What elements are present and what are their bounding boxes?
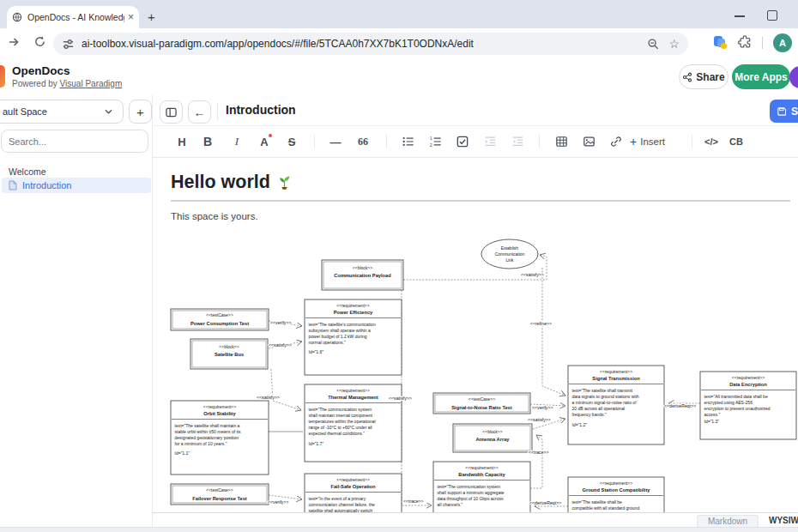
svg-text:Signal Transmission: Signal Transmission xyxy=(592,376,640,381)
back-button[interactable]: ← xyxy=(188,100,211,124)
toggle-sidebar-button[interactable] xyxy=(160,100,183,124)
bullet-list-button[interactable] xyxy=(397,131,418,152)
svg-text:Data Encryption: Data Encryption xyxy=(729,382,767,387)
reload-icon[interactable] xyxy=(33,35,46,51)
extensions-puzzle-icon[interactable] xyxy=(738,35,752,52)
requirement-diagram[interactable]: EstablishCommunicationLink<<block>>Commu… xyxy=(153,230,798,512)
edge-label: <<satisfy>> xyxy=(389,396,412,401)
profile-avatar[interactable]: A xyxy=(773,33,792,52)
svg-text:<<testCase>>: <<testCase>> xyxy=(469,396,495,402)
svg-text:Antenna Array: Antenna Array xyxy=(476,437,511,442)
numbered-list-icon: 12 xyxy=(429,136,442,148)
svg-text:Id="1.3": Id="1.3" xyxy=(704,419,720,424)
globe-favicon-icon xyxy=(12,12,22,22)
tab-close-icon[interactable]: × xyxy=(128,11,134,23)
indent-button xyxy=(480,131,500,152)
svg-text:<<requirement>>: <<requirement>> xyxy=(336,388,369,393)
site-settings-tune-icon[interactable] xyxy=(62,38,75,51)
svg-text:Id="1.7": Id="1.7" xyxy=(309,441,324,446)
image-icon xyxy=(583,136,595,148)
italic-button[interactable]: I xyxy=(227,131,247,152)
sidebar-section-label: Welcome xyxy=(9,166,46,177)
edge-label: <<satisfy>> xyxy=(269,342,292,348)
svg-text:<<block>>: <<block>> xyxy=(219,344,239,349)
svg-text:<<requirement>>: <<requirement>> xyxy=(600,369,632,374)
share-nodes-icon xyxy=(682,72,692,82)
svg-text:compatible with all standard g: compatible with all standard ground xyxy=(572,505,640,511)
svg-text:20 dB across all operational: 20 dB across all operational xyxy=(572,406,626,411)
image-button[interactable] xyxy=(578,131,599,152)
svg-text:shall maintain internal compon: shall maintain internal component xyxy=(309,413,373,418)
edge-label: <<verify>> xyxy=(270,320,292,325)
share-button[interactable]: Share xyxy=(679,64,728,89)
svg-text:power budget of 1.2 kW during: power budget of 1.2 kW during xyxy=(309,334,367,339)
add-space-button[interactable]: + xyxy=(129,100,152,124)
link-button[interactable] xyxy=(606,131,626,152)
sidebar xyxy=(0,94,153,532)
horizontal-rule-button[interactable]: — xyxy=(325,131,346,152)
toolbar-separator xyxy=(692,135,692,148)
svg-text:access.": access." xyxy=(704,412,721,417)
link-chain-icon xyxy=(610,136,622,148)
search-input[interactable] xyxy=(1,130,148,153)
svg-text:all channels.": all channels." xyxy=(438,502,463,507)
bookmark-star-icon[interactable]: ☆ xyxy=(668,38,680,50)
table-button[interactable] xyxy=(551,131,571,152)
svg-text:Communication Payload: Communication Payload xyxy=(334,273,391,278)
table-icon xyxy=(555,136,568,148)
checklist-button[interactable] xyxy=(452,131,473,152)
node-power-efficiency: <<requirement>>Power Efficiencytext="The… xyxy=(305,299,402,375)
svg-text:expected thermal conditions.": expected thermal conditions." xyxy=(309,431,366,436)
text-color-button[interactable]: A xyxy=(254,131,275,152)
svg-text:temperatures within the operat: temperatures within the operational xyxy=(309,419,376,424)
more-apps-button[interactable]: More Apps xyxy=(732,64,790,89)
heading-button[interactable]: H xyxy=(172,131,192,152)
browser-window: OpenDocs - AI Knowledge Base × + ai-tool… xyxy=(0,0,798,532)
browser-tab[interactable]: OpenDocs - AI Knowledge Base × xyxy=(7,6,139,28)
edge-uselink-refine-signal xyxy=(542,268,565,396)
bold-button[interactable]: B xyxy=(197,131,218,152)
panel-left-icon xyxy=(166,107,177,118)
insert-button[interactable]: + Insert xyxy=(630,131,665,152)
document-title: Introduction xyxy=(226,103,296,117)
sidebar-item-introduction[interactable]: Introduction xyxy=(2,178,151,193)
visual-paradigm-link[interactable]: Visual Paradigm xyxy=(60,79,123,88)
strikethrough-button[interactable]: S xyxy=(281,131,302,152)
svg-text:Id="1.6": Id="1.6" xyxy=(309,349,324,354)
svg-text:data throughput of 10 Gbps acr: data throughput of 10 Gbps across xyxy=(438,496,504,501)
window-maximize-icon[interactable] xyxy=(767,10,777,21)
svg-text:text="The communication system: text="The communication system xyxy=(309,407,372,412)
svg-text:<<requirement>>: <<requirement>> xyxy=(465,465,498,470)
svg-text:Link: Link xyxy=(505,257,514,263)
mode-markdown-button[interactable]: Markdown xyxy=(697,515,759,528)
save-button[interactable]: Sa xyxy=(770,100,798,123)
opendocs-logo xyxy=(0,65,5,88)
svg-text:stable orbit within ±50 meters: stable orbit within ±50 meters of its xyxy=(175,429,241,434)
url-text[interactable]: ai-toolbox.visual-paradigm.com/app/opend… xyxy=(82,38,647,50)
node-fail-safe-operation: <<requirement>>Fail-Safe Operationtext="… xyxy=(305,474,402,512)
svg-text:encryption to prevent unauthor: encryption to prevent unauthorized xyxy=(704,406,771,411)
svg-text:text="The communication system: text="The communication system xyxy=(438,484,501,489)
body-paragraph: This space is yours. xyxy=(171,211,258,221)
mode-wysiwyg-button[interactable]: WYSIWYG xyxy=(769,516,798,525)
zoom-out-magnifier-icon[interactable] xyxy=(647,38,660,51)
window-minimize-icon[interactable] xyxy=(735,15,745,17)
sidebar-item-label: Introduction xyxy=(22,180,71,190)
edge-label: <<trace>> xyxy=(529,450,549,455)
forward-arrow-icon[interactable] xyxy=(7,35,21,52)
code-block-button[interactable]: CB xyxy=(726,131,747,152)
svg-text:normal operations.": normal operations." xyxy=(309,340,346,345)
url-bar[interactable]: ai-toolbox.visual-paradigm.com/app/opend… xyxy=(53,33,688,55)
node-power-consumption-test: <<testCase>>Power Consumption Test xyxy=(171,309,269,330)
extension-blue-icon[interactable] xyxy=(714,36,726,48)
svg-text:Power Consumption Test: Power Consumption Test xyxy=(190,321,249,326)
inline-code-button[interactable]: </> xyxy=(701,131,722,152)
svg-text:Id="1.2": Id="1.2" xyxy=(572,422,588,427)
new-tab-button[interactable]: + xyxy=(148,9,155,24)
quote-button[interactable]: 66 xyxy=(353,131,373,152)
numbered-list-button[interactable]: 12 xyxy=(425,131,445,152)
edge-label: <<verify>> xyxy=(532,405,553,410)
space-selector-dropdown[interactable]: ault Space xyxy=(0,100,124,124)
document-icon xyxy=(9,180,17,190)
toolbar-separator xyxy=(314,135,315,148)
